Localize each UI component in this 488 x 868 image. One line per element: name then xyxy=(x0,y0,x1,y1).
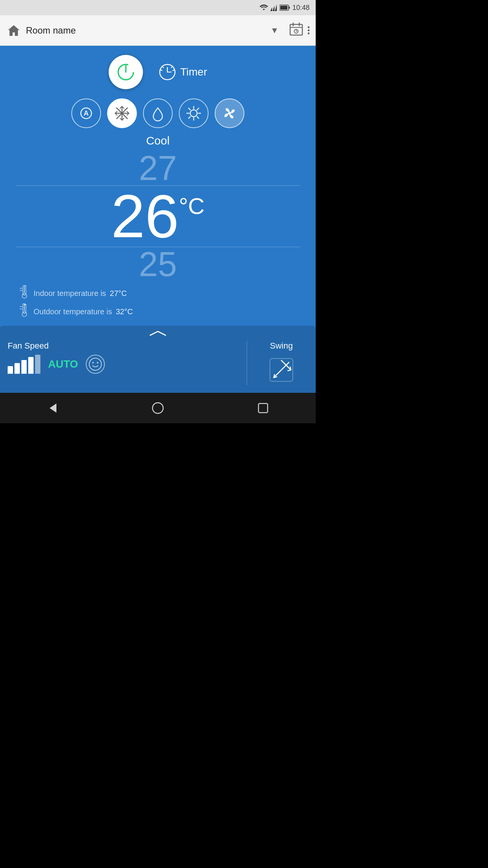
svg-point-46 xyxy=(228,112,231,115)
status-icons: 10:48 xyxy=(260,4,310,12)
swing-section: Swing xyxy=(255,341,308,385)
outdoor-temp-row: Outdoor temperature is 32°C xyxy=(19,304,133,320)
timer-label: Timer xyxy=(180,66,207,78)
indoor-temp-value: 27°C xyxy=(110,289,127,298)
recent-button[interactable] xyxy=(252,397,274,420)
signal-bars xyxy=(8,355,40,374)
outdoor-temp-label: Outdoor temperature is xyxy=(34,307,112,316)
fan-smiley-icon[interactable] xyxy=(86,355,105,374)
dropdown-icon[interactable]: ▼ xyxy=(270,26,279,35)
top-controls: Timer xyxy=(0,55,316,89)
signal-icon xyxy=(270,4,277,11)
svg-rect-4 xyxy=(289,6,290,9)
status-bar: 10:48 xyxy=(0,0,316,15)
calendar-icon[interactable] xyxy=(289,22,303,39)
svg-point-36 xyxy=(121,112,123,114)
app-bar: Room name ▼ xyxy=(0,15,316,46)
home-button[interactable] xyxy=(146,397,169,420)
svg-marker-0 xyxy=(270,7,272,11)
outdoor-temp-icon xyxy=(19,304,30,320)
svg-line-20 xyxy=(161,70,162,71)
temp-next[interactable]: 25 xyxy=(139,247,177,281)
indoor-temp-icon xyxy=(19,285,30,301)
panel-divider xyxy=(247,341,247,385)
mode-dry-button[interactable] xyxy=(143,98,173,128)
svg-rect-67 xyxy=(258,403,268,413)
mode-cool-button[interactable] xyxy=(107,98,137,128)
main-content: Timer A xyxy=(0,46,316,393)
mode-heat-button[interactable] xyxy=(179,98,209,128)
home-icon[interactable] xyxy=(6,23,21,38)
indoor-temp-label: Indoor temperature is xyxy=(34,289,106,298)
nav-bar xyxy=(0,393,316,423)
svg-line-58 xyxy=(274,362,289,378)
svg-text:A: A xyxy=(84,109,89,117)
status-time: 10:48 xyxy=(292,4,310,12)
svg-marker-65 xyxy=(50,403,56,413)
battery-icon xyxy=(279,5,290,11)
svg-rect-5 xyxy=(280,6,287,10)
wifi-icon xyxy=(260,5,268,11)
svg-line-44 xyxy=(197,108,199,110)
bar-1 xyxy=(8,366,13,374)
svg-line-43 xyxy=(197,117,199,118)
temp-current[interactable]: 26 °C xyxy=(111,186,204,247)
panel-content: Fan Speed AUTO xyxy=(0,341,316,385)
bar-5 xyxy=(35,355,40,374)
svg-point-48 xyxy=(22,294,27,298)
swing-icon[interactable] xyxy=(266,355,297,385)
svg-marker-1 xyxy=(273,6,274,11)
fan-auto-label: AUTO xyxy=(48,358,78,370)
mode-auto-button[interactable]: A xyxy=(71,98,101,128)
svg-point-56 xyxy=(92,362,94,363)
bar-2 xyxy=(14,363,20,374)
svg-point-52 xyxy=(22,312,27,317)
svg-line-21 xyxy=(173,70,174,71)
bar-4 xyxy=(28,357,34,374)
svg-point-55 xyxy=(89,358,101,370)
fan-speed-label: Fan Speed xyxy=(8,341,239,351)
timer-button[interactable]: Timer xyxy=(158,63,207,81)
fan-controls: AUTO xyxy=(8,355,239,374)
temp-value: 26 xyxy=(111,186,179,247)
swing-label: Swing xyxy=(270,341,293,351)
fan-section: Fan Speed AUTO xyxy=(8,341,239,385)
svg-line-45 xyxy=(189,117,190,118)
svg-line-42 xyxy=(189,108,190,110)
svg-marker-2 xyxy=(275,4,277,11)
more-options-icon[interactable] xyxy=(308,26,310,34)
temp-unit: °C xyxy=(179,195,204,218)
power-button[interactable] xyxy=(109,55,143,89)
bottom-panel: Fan Speed AUTO xyxy=(0,326,316,393)
temperature-section: 27 26 °C 25 xyxy=(0,151,316,281)
outdoor-temp-value: 32°C xyxy=(116,307,133,316)
mode-fan-button[interactable] xyxy=(215,98,244,128)
temp-prev[interactable]: 27 xyxy=(139,151,177,185)
bar-3 xyxy=(21,360,27,374)
back-button[interactable] xyxy=(41,397,64,420)
svg-point-37 xyxy=(190,110,197,117)
svg-point-57 xyxy=(97,362,98,363)
indoor-temp-row: Indoor temperature is 27°C xyxy=(19,285,127,301)
panel-handle[interactable] xyxy=(0,326,316,341)
mode-label: Cool xyxy=(146,134,170,147)
temp-info: Indoor temperature is 27°C Outdoor tempe… xyxy=(0,285,152,320)
room-name-title: Room name xyxy=(26,25,266,36)
mode-row: A xyxy=(71,98,244,128)
svg-point-66 xyxy=(152,403,163,413)
